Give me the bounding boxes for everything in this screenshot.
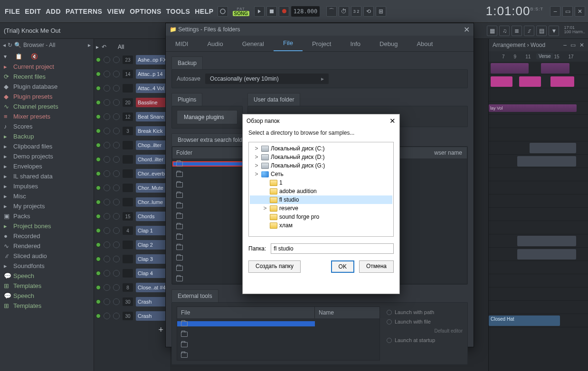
vol-knob[interactable] <box>113 128 120 134</box>
menu-help[interactable]: HELP <box>193 6 215 17</box>
pan-knob[interactable] <box>104 113 110 120</box>
countdown-icon[interactable]: 3 2 <box>351 6 361 17</box>
vol-knob[interactable] <box>113 298 120 305</box>
mute-led[interactable] <box>96 314 101 318</box>
tab-audio[interactable]: Audio <box>198 37 232 51</box>
search-icon[interactable]: 🔍 <box>14 42 21 48</box>
mute-led[interactable] <box>96 129 101 133</box>
tree-item[interactable]: >Локальный диск (G:) <box>250 161 392 170</box>
browser-item[interactable]: 💬Speech <box>0 271 94 281</box>
channel-num[interactable] <box>123 255 133 263</box>
radio-launch-path[interactable]: Launch with path <box>387 309 463 315</box>
pan-knob[interactable] <box>104 71 110 77</box>
expander-icon[interactable]: > <box>254 154 259 160</box>
tree-item[interactable]: >Локальный диск (D:) <box>250 153 392 161</box>
channel-name[interactable]: Chop..ilter <box>136 140 168 150</box>
mute-led[interactable] <box>96 100 101 105</box>
clip[interactable] <box>517 249 576 260</box>
browser-item[interactable]: ▸Project bones <box>0 221 94 231</box>
sync-icon[interactable] <box>218 6 228 17</box>
channel-num[interactable] <box>123 269 133 278</box>
mute-icon[interactable]: 🔇 <box>31 53 38 60</box>
clip[interactable] <box>517 236 576 246</box>
closed-hat-clip[interactable]: Closed Hat <box>489 315 560 326</box>
channel-num[interactable]: 23 <box>123 56 133 64</box>
browser-item[interactable]: ▸Demo projects <box>0 151 94 161</box>
clip[interactable] <box>530 143 576 153</box>
channel-num[interactable] <box>123 155 133 164</box>
pan-knob[interactable] <box>104 213 110 220</box>
browser-item[interactable]: ⟳Recent files <box>0 72 94 82</box>
autosave-dropdown[interactable]: Occasionally (every 10min) ▸ <box>205 74 329 84</box>
tree-item[interactable]: 1 <box>250 178 392 187</box>
mute-led[interactable] <box>96 57 101 62</box>
loop-icon[interactable]: ⟲ <box>363 6 374 17</box>
pan-knob[interactable] <box>104 256 110 262</box>
vol-knob[interactable] <box>113 56 120 63</box>
tree-item[interactable]: adobe audition <box>250 187 392 195</box>
channel-name[interactable]: Chor..Mute <box>136 183 168 193</box>
pat-song-toggle[interactable]: PAT SONG <box>233 7 249 16</box>
channel-num[interactable]: 4 <box>123 226 133 235</box>
browser-item[interactable]: ▸Soundfonts <box>0 261 94 271</box>
channel-num[interactable]: 8 <box>123 283 133 292</box>
channel-name[interactable]: Chor..everb <box>136 169 168 178</box>
audio-clip[interactable] <box>550 76 574 87</box>
dialog-close-button[interactable]: ✕ <box>389 117 396 125</box>
mute-led[interactable] <box>96 214 101 219</box>
mute-led[interactable] <box>96 186 101 190</box>
tab-info[interactable]: Info <box>341 37 370 51</box>
menu-file[interactable]: FILE <box>3 6 22 17</box>
tab-project[interactable]: Project <box>303 37 341 51</box>
menu-patterns[interactable]: PATTERNS <box>64 6 104 17</box>
mute-led[interactable] <box>96 143 101 148</box>
pan-knob[interactable] <box>104 85 110 92</box>
cancel-button[interactable]: Отмена <box>359 260 394 273</box>
channel-num[interactable]: 14 <box>123 70 133 78</box>
clip[interactable] <box>517 156 576 167</box>
vol-knob[interactable] <box>113 185 120 191</box>
channel-name[interactable]: Chor..lume <box>136 197 168 207</box>
channel-num[interactable]: 30 <box>123 312 133 320</box>
all-label[interactable]: All <box>118 44 124 50</box>
channel-num[interactable] <box>123 184 133 192</box>
browser-item[interactable]: 💬Speech <box>0 291 94 301</box>
tree-item[interactable]: >Локальный диск (C:) <box>250 144 392 153</box>
browser-item[interactable]: ▸Envelopes <box>0 161 94 171</box>
path-input[interactable] <box>271 243 394 254</box>
playlist-minimize-icon[interactable]: – <box>563 42 567 48</box>
tab-about[interactable]: About <box>407 37 442 51</box>
minimize-button[interactable]: – <box>550 6 560 17</box>
browser-item[interactable]: ⫽Sliced audio <box>0 251 94 261</box>
tab-general[interactable]: General <box>233 37 274 51</box>
vol-knob[interactable] <box>113 170 120 177</box>
channel-name[interactable]: Attac..p 14 <box>136 69 168 79</box>
mute-led[interactable] <box>96 72 101 76</box>
vol-knob[interactable] <box>113 142 120 148</box>
channel-num[interactable]: 30 <box>123 297 133 306</box>
radio-launch-file[interactable]: Launch with file <box>387 319 463 325</box>
song-position[interactable]: 1:01:00B:S:T <box>486 4 543 19</box>
channel-num[interactable]: 3 <box>123 127 133 135</box>
channel-name[interactable]: Break Kick <box>136 126 168 136</box>
view-channel-icon[interactable]: ≣ <box>512 26 522 36</box>
plugin-picker-icon[interactable]: ▼ <box>549 26 559 36</box>
browser-item[interactable]: ⊞Templates <box>0 281 94 291</box>
collapse-icon[interactable]: ▾ <box>4 53 7 60</box>
browser-item[interactable]: ▸IL shared data <box>0 171 94 181</box>
play-button[interactable] <box>254 6 265 17</box>
pan-knob[interactable] <box>104 99 110 106</box>
vol-knob[interactable] <box>113 270 120 277</box>
stop-button[interactable] <box>266 6 277 17</box>
channel-name[interactable]: Clap 3 <box>136 254 168 264</box>
vol-knob[interactable] <box>113 199 120 205</box>
channel-name[interactable]: Clap 2 <box>136 240 168 250</box>
audio-clip[interactable] <box>519 76 541 87</box>
tree-item[interactable]: >reserve <box>250 204 392 213</box>
view-mixer-icon[interactable]: ⎎ <box>524 26 534 36</box>
mute-led[interactable] <box>96 157 101 162</box>
vol-knob[interactable] <box>113 156 120 163</box>
vol-knob[interactable] <box>113 71 120 77</box>
vol-knob[interactable] <box>113 213 120 220</box>
mute-led[interactable] <box>96 271 101 276</box>
